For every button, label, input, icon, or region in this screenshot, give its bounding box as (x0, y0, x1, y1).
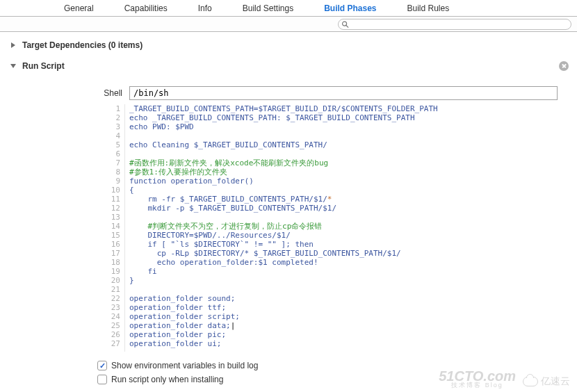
filter-input[interactable] (338, 19, 571, 30)
disclosure-down-icon (10, 63, 17, 70)
phase-title: Run Script (22, 61, 65, 71)
svg-marker-2 (11, 42, 15, 48)
shell-input[interactable] (129, 86, 558, 100)
search-icon (341, 20, 349, 28)
phase-run-script[interactable]: Run Script (10, 56, 571, 76)
tab-capabilities[interactable]: Capabilities (109, 0, 183, 17)
svg-marker-3 (10, 64, 16, 68)
disclosure-right-icon (10, 42, 17, 49)
tab-info[interactable]: Info (183, 0, 227, 17)
filter-bar (0, 17, 577, 32)
script-editor[interactable]: 1234567891011121314151617181920212223242… (86, 104, 558, 352)
svg-point-0 (343, 22, 347, 26)
shell-label: Shell (86, 88, 122, 98)
run-script-body: Shell 1234567891011121314151617181920212… (86, 86, 558, 352)
phase-target-dependencies[interactable]: Target Dependencies (0 items) (10, 35, 571, 56)
checkbox-only-install-label: Run script only when installing (111, 375, 223, 384)
phase-title: Target Dependencies (22, 40, 106, 50)
checkbox-only-install[interactable] (97, 375, 107, 384)
phase-count: (0 items) (108, 40, 143, 50)
checkbox-show-env-label: Show environment variables in build log (111, 361, 258, 370)
tab-build-settings[interactable]: Build Settings (227, 0, 309, 17)
tab-bar: General Capabilities Info Build Settings… (0, 0, 577, 17)
tab-build-phases[interactable]: Build Phases (309, 0, 391, 17)
remove-phase-button[interactable] (559, 61, 569, 71)
svg-line-1 (346, 25, 348, 27)
tab-general[interactable]: General (49, 0, 109, 17)
checkbox-show-env[interactable] (97, 361, 107, 370)
script-code[interactable]: _TARGET_BUILD_CONTENTS_PATH=$TARGET_BUIL… (125, 104, 558, 352)
tab-build-rules[interactable]: Build Rules (392, 0, 465, 17)
line-gutter: 1234567891011121314151617181920212223242… (86, 104, 125, 352)
